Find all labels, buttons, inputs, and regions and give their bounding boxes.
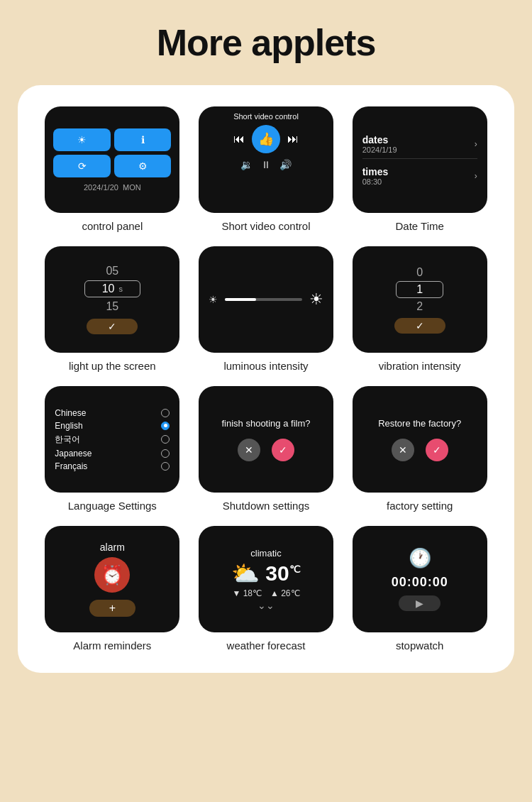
language-label: Language Settings (68, 500, 157, 512)
shutdown-label: Shutdown settings (223, 500, 310, 512)
dt-times-label: times (362, 166, 389, 177)
lang-radio-japanese[interactable] (161, 449, 170, 458)
stopwatch-clock-icon: 🕐 (409, 547, 431, 569)
dt-dates-val: 2024/1/19 (362, 145, 397, 154)
applet-weather[interactable]: climatic ⛅ 30℃ ▼ 18℃ ▲ 26℃ ⌄⌄ weather fo… (196, 526, 336, 652)
luminous-min-icon: ☀ (209, 294, 218, 305)
factory-text: Restore the factory? (378, 418, 461, 429)
applets-card: ☀ ℹ ⟳ ⚙ 2024/1/20 MON control panel Shor… (18, 85, 514, 673)
svc-next-btn[interactable]: ⏭ (287, 133, 299, 145)
lang-row-japanese[interactable]: Japanese (55, 449, 170, 458)
applet-light-screen[interactable]: 05 10 s 15 ✓ light up the screen (43, 246, 182, 372)
weather-label: weather forecast (227, 639, 306, 652)
alarm-title: alarm (100, 542, 125, 553)
cp-gear-btn[interactable]: ⚙ (114, 155, 172, 177)
date-time-label: Date Time (395, 220, 443, 232)
lang-row-korean[interactable]: 한국어 (55, 434, 170, 446)
short-video-icon[interactable]: Short video control ⏮ 👍 ⏭ 🔉 ⏸ 🔊 (199, 106, 333, 213)
stopwatch-icon[interactable]: 🕐 00:00:00 ▶ (353, 526, 487, 632)
luminous-bar-fill (225, 298, 256, 301)
lang-radio-chinese[interactable] (161, 409, 170, 417)
shutdown-cancel-btn[interactable]: ✕ (238, 439, 260, 461)
language-icon[interactable]: Chinese English 한국어 Japanese (45, 386, 179, 493)
short-video-label: Short video control (221, 220, 310, 232)
applet-date-time[interactable]: dates 2024/1/19 › times 08:30 › Date Tim (350, 106, 489, 232)
applet-stopwatch[interactable]: 🕐 00:00:00 ▶ stopwatch (350, 526, 489, 652)
stopwatch-play-btn[interactable]: ▶ (399, 595, 440, 611)
cp-sun-btn[interactable]: ☀ (53, 128, 111, 151)
shutdown-icon[interactable]: finish shooting a film? ✕ ✓ (199, 386, 333, 493)
lus-top: 05 (106, 265, 118, 278)
lang-row-chinese[interactable]: Chinese (55, 408, 170, 418)
control-panel-icon[interactable]: ☀ ℹ ⟳ ⚙ 2024/1/20 MON (45, 106, 179, 213)
shutdown-text: finish shooting a film? (221, 418, 310, 429)
lus-mid[interactable]: 10 s (84, 280, 140, 297)
applet-control-panel[interactable]: ☀ ℹ ⟳ ⚙ 2024/1/20 MON control panel (43, 106, 182, 232)
weather-more-icon[interactable]: ⌄⌄ (257, 600, 275, 611)
luminous-icon[interactable]: ☀ ☀ (199, 246, 333, 353)
applet-vibration[interactable]: 0 1 2 ✓ vibration intensity (350, 246, 489, 372)
alarm-clock-icon: ⏰ (94, 557, 130, 593)
vi-bot: 2 (416, 300, 423, 313)
svc-vol-down[interactable]: 🔉 (240, 159, 253, 170)
weather-low: ▼ 18℃ (232, 588, 262, 598)
factory-label: factory setting (387, 500, 453, 512)
light-screen-label: light up the screen (69, 360, 156, 372)
svc-title: Short video control (233, 112, 299, 121)
applet-language[interactable]: Chinese English 한국어 Japanese (43, 386, 182, 512)
cp-date: 2024/1/20 MON (84, 183, 141, 192)
luminous-label: luminous intensity (223, 360, 308, 372)
weather-high: ▲ 26℃ (270, 588, 300, 598)
applet-factory[interactable]: Restore the factory? ✕ ✓ factory setting (350, 386, 489, 512)
weather-cloud-icon: ⛅ (231, 560, 260, 587)
applets-grid: ☀ ℹ ⟳ ⚙ 2024/1/20 MON control panel Shor… (43, 106, 489, 652)
lang-row-english[interactable]: English (55, 421, 170, 431)
factory-cancel-btn[interactable]: ✕ (392, 439, 414, 461)
factory-confirm-btn[interactable]: ✓ (426, 439, 448, 461)
lang-row-french[interactable]: Français (55, 461, 170, 471)
svc-pause[interactable]: ⏸ (261, 159, 271, 170)
applet-alarm[interactable]: alarm ⏰ + Alarm reminders (43, 526, 182, 652)
date-time-icon[interactable]: dates 2024/1/19 › times 08:30 › (353, 106, 487, 213)
dt-dates-label: dates (362, 134, 397, 145)
dt-times-arrow[interactable]: › (475, 171, 477, 181)
dt-dates-arrow[interactable]: › (475, 139, 477, 149)
luminous-max-icon: ☀ (309, 290, 323, 309)
alarm-add-btn[interactable]: + (89, 600, 135, 617)
svc-prev-btn[interactable]: ⏮ (233, 133, 245, 145)
lus-confirm-btn[interactable]: ✓ (87, 319, 138, 334)
vibration-icon[interactable]: 0 1 2 ✓ (353, 246, 487, 353)
factory-icon[interactable]: Restore the factory? ✕ ✓ (353, 386, 487, 493)
light-screen-icon[interactable]: 05 10 s 15 ✓ (45, 246, 179, 353)
applet-short-video[interactable]: Short video control ⏮ 👍 ⏭ 🔉 ⏸ 🔊 Short vi… (196, 106, 336, 232)
cp-refresh-btn[interactable]: ⟳ (53, 155, 111, 177)
applet-luminous[interactable]: ☀ ☀ luminous intensity (196, 246, 336, 372)
control-panel-label: control panel (82, 220, 143, 232)
stopwatch-label: stopwatch (396, 639, 444, 652)
lang-radio-french[interactable] (161, 462, 170, 471)
cp-info-btn[interactable]: ℹ (114, 128, 172, 151)
svc-thumb[interactable]: 👍 (252, 125, 280, 153)
applet-shutdown[interactable]: finish shooting a film? ✕ ✓ Shutdown set… (196, 386, 336, 512)
lang-radio-korean[interactable] (161, 435, 170, 444)
weather-icon[interactable]: climatic ⛅ 30℃ ▼ 18℃ ▲ 26℃ ⌄⌄ (199, 526, 333, 632)
vi-confirm-btn[interactable]: ✓ (394, 318, 445, 334)
stopwatch-time: 00:00:00 (392, 575, 448, 590)
alarm-icon[interactable]: alarm ⏰ + (45, 526, 179, 632)
luminous-bar[interactable] (225, 298, 302, 301)
page-title: More applets (157, 21, 376, 64)
weather-title: climatic (250, 548, 281, 559)
alarm-label: Alarm reminders (73, 639, 151, 652)
lus-bot: 15 (106, 300, 118, 313)
lang-radio-english[interactable] (161, 422, 170, 430)
vi-top: 0 (416, 266, 423, 279)
weather-temp: 30℃ (265, 561, 300, 586)
vi-mid[interactable]: 1 (396, 281, 443, 298)
svc-vol-up[interactable]: 🔊 (279, 159, 292, 170)
vibration-label: vibration intensity (379, 360, 461, 372)
dt-times-val: 08:30 (362, 177, 389, 186)
shutdown-confirm-btn[interactable]: ✓ (272, 439, 294, 461)
